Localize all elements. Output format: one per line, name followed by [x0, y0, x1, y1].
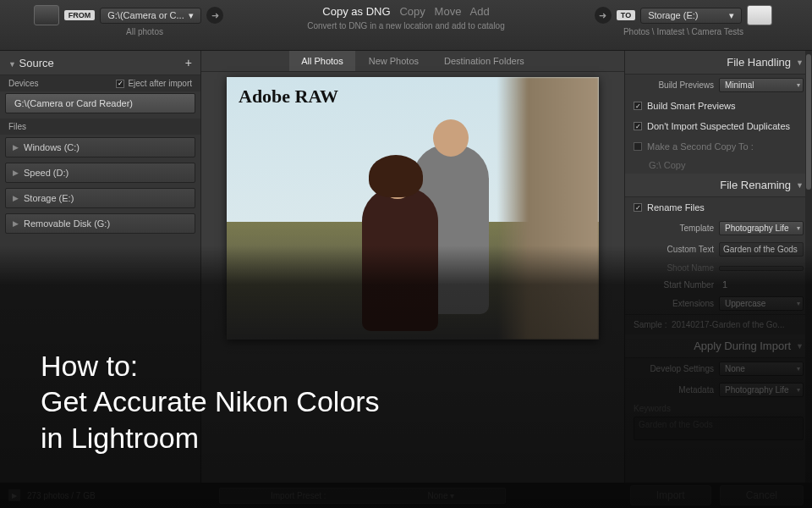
scrollbar-thumb[interactable]	[806, 54, 811, 190]
eject-label: Eject after import	[128, 79, 192, 88]
chevron-down-icon: ▾	[797, 81, 800, 89]
drive-label: Storage (E:)	[24, 193, 74, 203]
template-select[interactable]: Photography Life▾	[719, 221, 804, 235]
top-right: ➜ TO Storage (E:) ▾ Photos \ Imatest \ C…	[565, 5, 802, 36]
bottom-left: ▶ 273 photos / 7 GB	[8, 489, 96, 501]
rename-files-checkbox[interactable]: ✓Rename Files	[625, 197, 812, 218]
drive-row-e[interactable]: ▶Storage (E:)	[5, 188, 195, 208]
top-center: Copy as DNG Copy Move Add Convert to DNG…	[247, 5, 565, 30]
scrollbar-track[interactable]	[805, 51, 812, 483]
build-previews-label: Build Previews	[658, 80, 714, 90]
chevron-down-icon: ▾	[797, 365, 800, 373]
sample-label: Sample :	[634, 320, 667, 329]
from-subline: All photos	[94, 27, 163, 36]
second-copy-path: G:\ Copy	[625, 157, 812, 174]
select-value: Uppercase	[725, 299, 765, 308]
top-left: FROM G:\(Camera or C... ▾ ➜ All photos	[10, 5, 247, 36]
file-handling-title: File Handling	[727, 56, 791, 69]
build-previews-select[interactable]: Minimal▾	[719, 78, 804, 92]
from-path-text: G:\(Camera or C...	[107, 10, 184, 20]
develop-settings-select[interactable]: None▾	[719, 362, 804, 376]
template-label: Template	[679, 224, 714, 233]
drive-row-d[interactable]: ▶Speed (D:)	[5, 163, 195, 183]
select-value: Minimal	[725, 80, 754, 90]
cancel-button[interactable]: Cancel	[720, 485, 804, 505]
import-button[interactable]: Import	[630, 485, 711, 505]
shoot-name-label: Shoot Name	[667, 263, 714, 273]
device-row[interactable]: G:\(Camera or Card Reader)	[5, 93, 195, 113]
drive-row-c[interactable]: ▶Windows (C:)	[5, 137, 195, 157]
eject-after-import-checkbox[interactable]: Eject after import	[116, 79, 192, 88]
source-panel-header[interactable]: ▼ Source +	[0, 51, 200, 75]
to-path-select[interactable]: Storage (E:) ▾	[640, 8, 742, 24]
devices-subheader: Devices Eject after import	[0, 75, 200, 91]
sample-row: Sample : 20140217-Garden of the Go...	[625, 314, 812, 334]
caret-right-icon: ▶	[13, 194, 19, 202]
second-copy-checkbox[interactable]: Make a Second Copy To :	[625, 136, 812, 157]
person-icon	[362, 187, 438, 331]
copy-as-dng-tab[interactable]: Copy as DNG	[322, 5, 390, 18]
source-title: Source	[19, 57, 54, 69]
chevron-down-icon: ▾	[797, 386, 800, 394]
select-value: Photography Life	[725, 385, 789, 395]
checkbox-icon	[116, 80, 124, 88]
triangle-down-icon: ▼	[796, 181, 804, 190]
triangle-down-icon: ▼	[796, 58, 804, 67]
extensions-label: Extensions	[672, 299, 714, 308]
right-sidebar: File Handling ▼ Build Previews Minimal▾ …	[624, 51, 812, 483]
apply-title: Apply During Import	[694, 340, 791, 352]
start-number-row: Start Number 1	[625, 276, 812, 293]
apply-during-import-header[interactable]: Apply During Import ▼	[625, 334, 812, 358]
checkbox-icon	[634, 142, 642, 151]
select-value: None	[725, 364, 745, 373]
photo-subjects	[354, 145, 523, 331]
top-bar: FROM G:\(Camera or C... ▾ ➜ All photos C…	[0, 0, 812, 51]
keywords-input[interactable]: Garden of the Gods	[634, 417, 804, 440]
to-arrow-button[interactable]: ➜	[595, 7, 612, 24]
tab-destination-folders[interactable]: Destination Folders	[432, 51, 536, 71]
drive-row-g[interactable]: ▶Removable Disk (G:)	[5, 213, 195, 234]
custom-text-input[interactable]: Garden of the Gods	[719, 242, 804, 257]
to-path-text: Storage (E:)	[648, 10, 698, 20]
preset-value: None ▾	[428, 491, 455, 500]
no-duplicates-checkbox[interactable]: ✓Don't Import Suspected Duplicates	[625, 116, 812, 136]
sample-value: 20140217-Garden of the Go...	[672, 320, 784, 329]
no-duplicates-label: Don't Import Suspected Duplicates	[647, 121, 790, 131]
build-previews-row: Build Previews Minimal▾	[625, 75, 812, 96]
shoot-name-input[interactable]	[719, 266, 804, 271]
chevron-down-icon: ▾	[189, 10, 194, 21]
copy-mode-tabs: Copy as DNG Copy Move Add	[247, 5, 565, 18]
center-subline: Convert to DNG in a new location and add…	[247, 21, 565, 30]
triangle-down-icon: ▼	[8, 60, 16, 69]
copy-tab[interactable]: Copy	[399, 5, 425, 18]
title-line-2: Get Accurate Nikon Colors	[41, 384, 380, 420]
chevron-down-icon: ▾	[797, 224, 800, 232]
photo-preview[interactable]: Adobe RAW	[227, 77, 599, 340]
caret-right-icon: ▶	[13, 219, 19, 228]
add-source-button[interactable]: +	[185, 56, 192, 69]
photo-label: Adobe RAW	[239, 86, 338, 108]
smart-previews-checkbox[interactable]: ✓Build Smart Previews	[625, 96, 812, 116]
file-handling-header[interactable]: File Handling ▼	[625, 51, 812, 75]
import-preset-select[interactable]: Import Preset : None ▾	[219, 488, 506, 504]
rename-label: Rename Files	[647, 202, 705, 213]
move-tab[interactable]: Move	[435, 5, 462, 18]
from-path-select[interactable]: G:\(Camera or C... ▾	[100, 8, 201, 24]
develop-settings-label: Develop Settings	[650, 364, 714, 373]
extensions-select[interactable]: Uppercase▾	[719, 296, 804, 311]
forward-arrow-button[interactable]: ➜	[206, 7, 223, 24]
drive-label: Windows (C:)	[24, 142, 80, 152]
center-tabs: All Photos New Photos Destination Folder…	[201, 51, 624, 72]
article-title: How to: Get Accurate Nikon Colors in Lig…	[41, 348, 380, 456]
metadata-select[interactable]: Photography Life▾	[719, 383, 804, 397]
dest-drive-icon	[747, 5, 772, 25]
play-icon[interactable]: ▶	[8, 489, 20, 501]
file-renaming-header[interactable]: File Renaming ▼	[625, 174, 812, 197]
title-line-1: How to:	[41, 348, 380, 384]
add-tab[interactable]: Add	[470, 5, 490, 18]
tab-new-photos[interactable]: New Photos	[357, 51, 431, 71]
extensions-row: Extensions Uppercase▾	[625, 293, 812, 314]
tab-all-photos[interactable]: All Photos	[289, 51, 355, 71]
drive-label: Speed (D:)	[24, 168, 69, 178]
source-drive-icon	[34, 5, 59, 25]
